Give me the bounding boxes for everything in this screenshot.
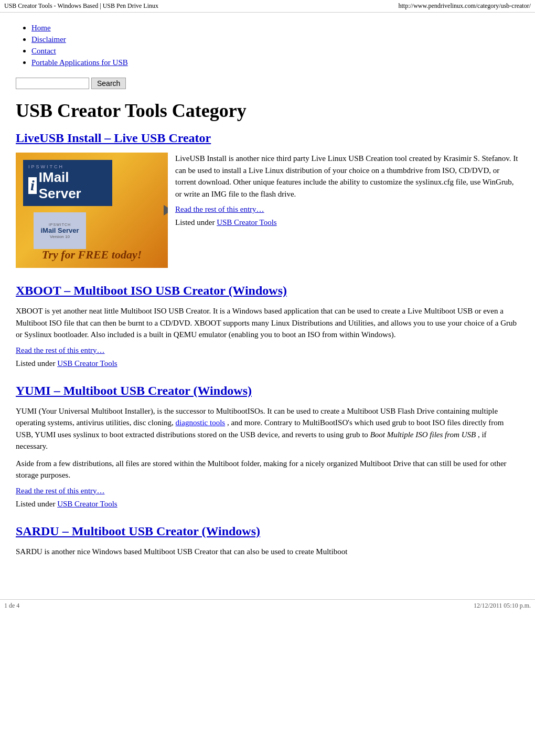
page-info: 1 de 4 bbox=[4, 602, 19, 610]
article-body-yumi-italic: Boot Multiple ISO files from USB bbox=[370, 430, 476, 439]
imail-text: i IMail Server bbox=[28, 169, 107, 202]
section-title-liveusb: LiveUSB Install – Live USB Creator bbox=[16, 131, 519, 145]
nav-item-disclaimer: Disclaimer bbox=[31, 35, 519, 44]
listed-under-link-yumi[interactable]: USB Creator Tools bbox=[57, 500, 117, 508]
article-liveusb-inline: IPSWITCH i IMail Server IPSWITCH iMail S… bbox=[16, 153, 519, 268]
listed-under-label-liveusb: Listed under bbox=[175, 218, 215, 226]
listed-under-label-xboot: Listed under bbox=[16, 359, 55, 368]
box-logo: IPSWITCH bbox=[49, 223, 71, 226]
article-body-yumi-p2: Aside from a few distributions, all file… bbox=[16, 458, 519, 481]
imail-label: IMail Server bbox=[39, 169, 107, 202]
nav-link-home[interactable]: Home bbox=[31, 24, 51, 32]
timestamp: 12/12/2011 05:10 p.m. bbox=[474, 602, 531, 610]
nav-link-portable[interactable]: Portable Applications for USB bbox=[31, 58, 128, 67]
play-icon bbox=[164, 205, 168, 215]
article-body-sardu: SARDU is another nice Windows based Mult… bbox=[16, 546, 519, 558]
browser-title: USB Creator Tools - Windows Based | USB … bbox=[4, 2, 158, 10]
listed-under-link-liveusb[interactable]: USB Creator Tools bbox=[217, 218, 277, 226]
search-button[interactable]: Search bbox=[91, 78, 126, 89]
box-version: Version 10 bbox=[50, 234, 70, 239]
section-title-sardu: SARDU – Multiboot USB Creator (Windows) bbox=[16, 524, 519, 538]
search-input[interactable] bbox=[16, 78, 89, 89]
img-bottom-text: Try for FREE today! bbox=[16, 248, 168, 262]
diagnostic-tools-link[interactable]: diagnostic tools bbox=[176, 418, 226, 427]
section-title-xboot: XBOOT – Multiboot ISO USB Creator (Windo… bbox=[16, 284, 519, 298]
section-title-yumi: YUMI – Multiboot USB Creator (Windows) bbox=[16, 384, 519, 398]
img-box-area: IPSWITCH iMail Server Version 10 bbox=[34, 212, 86, 249]
article-text-liveusb: LiveUSB Install is another nice third pa… bbox=[175, 153, 519, 268]
nav-item-contact: Contact bbox=[31, 46, 519, 56]
img-logo-area: IPSWITCH i IMail Server bbox=[23, 160, 112, 206]
article-link-xboot[interactable]: XBOOT – Multiboot ISO USB Creator (Windo… bbox=[16, 284, 287, 297]
listed-under-yumi: Listed under USB Creator Tools bbox=[16, 500, 519, 509]
read-more-yumi[interactable]: Read the rest of this entry… bbox=[16, 487, 519, 495]
page-title: USB Creator Tools Category bbox=[16, 100, 519, 122]
top-bar: USB Creator Tools - Windows Based | USB … bbox=[0, 0, 535, 13]
listed-under-liveusb: Listed under USB Creator Tools bbox=[175, 218, 519, 227]
nav-list: Home Disclaimer Contact Portable Applica… bbox=[16, 23, 519, 67]
listed-under-link-xboot[interactable]: USB Creator Tools bbox=[57, 359, 117, 368]
nav-item-portable: Portable Applications for USB bbox=[31, 58, 519, 67]
read-more-liveusb[interactable]: Read the rest of this entry… bbox=[175, 205, 519, 214]
i-icon: i bbox=[28, 177, 37, 194]
footer: 1 de 4 12/12/2011 05:10 p.m. bbox=[0, 599, 535, 612]
article-liveusb: LiveUSB Install – Live USB Creator IPSWI… bbox=[16, 131, 519, 268]
article-body-yumi-p1: YUMI (Your Universal Multiboot Installer… bbox=[16, 405, 519, 452]
nav-link-contact[interactable]: Contact bbox=[31, 47, 56, 55]
read-more-xboot[interactable]: Read the rest of this entry… bbox=[16, 346, 519, 355]
url-display: http://www.pendrivelinux.com/category/us… bbox=[399, 2, 531, 10]
nav-link-disclaimer[interactable]: Disclaimer bbox=[31, 35, 66, 44]
listed-under-xboot: Listed under USB Creator Tools bbox=[16, 359, 519, 368]
article-body-xboot: XBOOT is yet another neat little Multibo… bbox=[16, 305, 519, 341]
nav-item-home: Home bbox=[31, 23, 519, 33]
box-imail: iMail Server bbox=[41, 226, 79, 234]
article-sardu: SARDU – Multiboot USB Creator (Windows) … bbox=[16, 524, 519, 558]
article-yumi: YUMI – Multiboot USB Creator (Windows) Y… bbox=[16, 384, 519, 509]
article-body-liveusb: LiveUSB Install is another nice third pa… bbox=[175, 153, 519, 200]
search-area: Search bbox=[0, 74, 535, 94]
nav-area: Home Disclaimer Contact Portable Applica… bbox=[0, 13, 535, 74]
article-image-liveusb: IPSWITCH i IMail Server IPSWITCH iMail S… bbox=[16, 153, 168, 268]
main-content: USB Creator Tools Category LiveUSB Insta… bbox=[0, 94, 535, 589]
listed-under-label-yumi: Listed under bbox=[16, 500, 55, 508]
article-link-yumi[interactable]: YUMI – Multiboot USB Creator (Windows) bbox=[16, 384, 252, 397]
article-link-liveusb[interactable]: LiveUSB Install – Live USB Creator bbox=[16, 131, 211, 145]
article-xboot: XBOOT – Multiboot ISO USB Creator (Windo… bbox=[16, 284, 519, 368]
ipswitch-label: IPSWITCH bbox=[28, 164, 107, 169]
article-link-sardu[interactable]: SARDU – Multiboot USB Creator (Windows) bbox=[16, 524, 260, 538]
